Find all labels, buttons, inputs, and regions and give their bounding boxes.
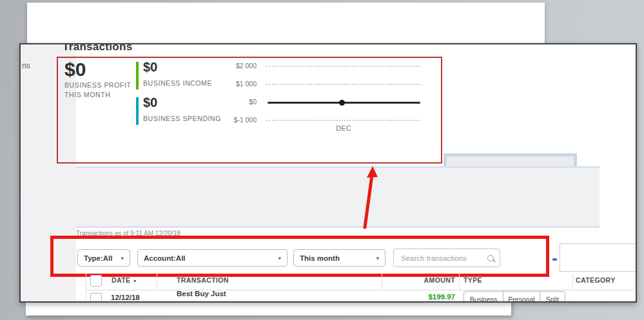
search-transactions-box[interactable] (393, 249, 500, 267)
data-point-marker[interactable] (339, 100, 345, 106)
business-spending-value: $0 (143, 95, 157, 110)
search-icon (487, 255, 494, 261)
ytick-neg1000: $-1 000 (205, 116, 257, 124)
row-transaction[interactable]: Best Buy Just (177, 290, 226, 297)
type-personal-button[interactable]: Personal (503, 291, 540, 303)
account-filter-dropdown[interactable]: Account:All ▾ (137, 249, 288, 267)
xtick-dec: DEC (324, 124, 363, 132)
type-filter-label: Type:All (84, 254, 113, 262)
column-divider (382, 274, 382, 290)
period-filter-dropdown[interactable]: This month ▾ (293, 249, 385, 267)
business-income-value: $0 (143, 60, 157, 75)
collapsed-banner-panel (76, 166, 600, 228)
row-date: 12/12/18 (111, 294, 140, 301)
background-sheet-top (27, 3, 545, 48)
row-amount: $199.97 (391, 293, 455, 301)
column-divider (459, 274, 460, 290)
type-business-button[interactable]: Business (463, 291, 503, 303)
spending-bar-icon (136, 97, 139, 125)
ytick-0: $0 (205, 98, 257, 106)
type-filter-dropdown[interactable]: Type:All ▾ (77, 249, 130, 267)
screenshot-stage: ns Transactions $0 BUSINESS PROFIT THIS … (0, 0, 644, 320)
gridline-2000 (266, 66, 420, 67)
transactions-panel: ns Transactions $0 BUSINESS PROFIT THIS … (19, 43, 637, 303)
column-header-type[interactable]: TYPE (463, 276, 482, 284)
chevron-down-icon: ▾ (376, 255, 379, 261)
column-header-amount[interactable]: AMOUNT (391, 276, 455, 284)
focus-indicator-fragment (552, 258, 557, 261)
row-checkbox[interactable] (90, 293, 102, 303)
sort-down-icon: ▼ (133, 279, 137, 283)
chevron-down-icon: ▾ (278, 255, 281, 261)
table-header-divider (86, 290, 634, 290)
type-split-button[interactable]: Split (540, 291, 565, 303)
select-all-checkbox[interactable] (90, 275, 102, 287)
gridline-1000 (266, 84, 420, 85)
column-header-transaction[interactable]: TRANSACTION (177, 276, 229, 284)
annotation-box-summary (57, 57, 442, 164)
column-header-date[interactable]: DATE ▼ (112, 276, 137, 284)
income-bar-icon (136, 62, 139, 89)
page-title: Transactions (63, 43, 132, 53)
account-filter-label: Account:All (144, 254, 186, 262)
chevron-down-icon: ▾ (121, 255, 124, 261)
gridline-neg1000 (266, 120, 420, 121)
column-divider (572, 274, 573, 290)
type-segmented-control: Business Personal Split (463, 291, 565, 303)
category-filter-fragment[interactable] (560, 243, 637, 272)
business-profit-label-line2: THIS MONTH (64, 91, 110, 99)
business-profit-label-line1: BUSINESS PROFIT (64, 81, 132, 89)
search-input[interactable] (400, 254, 473, 263)
ytick-2000: $2 000 (205, 62, 257, 70)
ytick-1000: $1 000 (205, 80, 257, 88)
business-income-label: BUSINESS INCOME (143, 79, 212, 87)
column-header-category[interactable]: CATEGORY (576, 276, 616, 284)
business-profit-value: $0 (64, 59, 86, 80)
sidebar-item-transactions-clipped[interactable]: ns (22, 61, 30, 70)
column-divider (157, 274, 157, 290)
table-left-border (86, 274, 86, 301)
period-filter-label: This month (300, 254, 340, 262)
